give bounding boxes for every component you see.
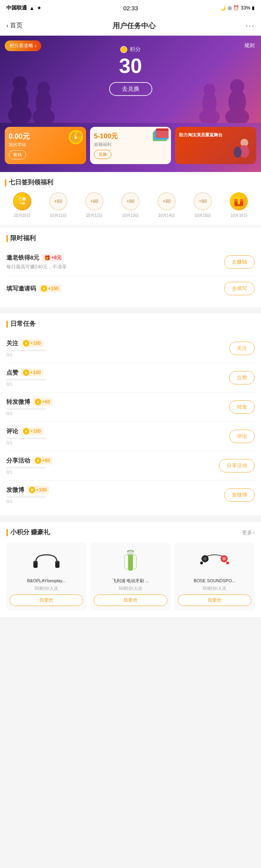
task-follow-left: 关注 ● +100 0/2 xyxy=(6,339,229,357)
day-4-date: 10月13日 xyxy=(122,213,139,218)
task-comment: 评论 ● +100 0/1 评论 xyxy=(6,422,255,451)
svg-point-47 xyxy=(226,561,229,564)
tasks-title-text: 日常任务 xyxy=(10,320,36,328)
card-zero-money: ¥ 0.00元 我的零钱 换钱 xyxy=(5,127,86,164)
day-4-circle: +80 xyxy=(121,192,140,210)
gifts-grid: B&OPLAYbeoplay... 50积分/人次 我要抢 xyxy=(6,542,255,611)
task-comment-title: 评论 ● +100 xyxy=(6,427,229,435)
day-6[interactable]: +90 10月15日 xyxy=(186,192,220,218)
chevron-right-icon: › xyxy=(253,530,255,535)
benefits-title-bar-icon xyxy=(6,235,8,242)
day-7-date: 10月16日 xyxy=(230,213,247,218)
day-7[interactable]: 10月16日 xyxy=(222,192,256,218)
coin-icon-retweet: ● xyxy=(35,399,41,405)
task-like-title: 点赞 ● +100 xyxy=(6,369,229,377)
page-title: 用户任务中心 xyxy=(113,21,155,31)
benefits-title-text: 限时福利 xyxy=(10,234,36,243)
more-button[interactable]: ··· xyxy=(246,21,255,30)
exchange-button[interactable]: 去兑换 xyxy=(109,82,152,96)
gift-card-beoplay: B&OPLAYbeoplay... 50积分/人次 我要抢 xyxy=(6,542,86,611)
status-right: 🌙 ◎ ⏰ 33% ▮ xyxy=(220,5,255,11)
task-comment-bonus: ● +100 xyxy=(21,427,43,435)
coin-icon-comment: ● xyxy=(23,428,29,434)
svg-point-16 xyxy=(76,132,82,138)
gift-image-beoplay xyxy=(31,547,62,575)
task-share: 分享活动 ● +60 0/1 分享活动 xyxy=(6,451,255,480)
gift-beoplay-points: 50积分/人次 xyxy=(10,585,83,591)
fill-code-button[interactable]: 去填写 xyxy=(224,282,255,295)
super-benefit-btn[interactable]: 兑换 xyxy=(94,150,111,159)
follow-button[interactable]: 关注 xyxy=(229,342,255,355)
task-comment-left: 评论 ● +100 0/1 xyxy=(6,427,229,445)
gift-philips-points: 50积分/人次 xyxy=(94,585,167,591)
wifi-icon: ▲ xyxy=(29,5,35,11)
like-button[interactable]: 点赞 xyxy=(229,371,255,384)
retweet-button[interactable]: 转发 xyxy=(229,400,255,414)
day-5-date: 10月14日 xyxy=(158,213,175,218)
moon-icon: 🌙 xyxy=(220,5,226,11)
gifts-section: 小积分 赚豪礼 更多 › B&OPLAYbeoplay... 50积分/人次 我… xyxy=(0,522,261,617)
day-7-gift-circle xyxy=(230,192,248,210)
post-button[interactable]: 发微博 xyxy=(224,488,255,502)
card-super-benefit: 5-100元 超额福利 兑换 xyxy=(90,127,171,164)
points-value: 30 xyxy=(0,55,261,77)
toothbrush-icon xyxy=(115,548,146,574)
day-6-circle: +90 xyxy=(194,192,212,210)
benefit-invite-left: 邀老铁得8元 🎁 +8元 每日最高可赚240元，不清零 xyxy=(6,254,224,270)
task-follow-progress-bar xyxy=(6,350,46,351)
headphone-icon xyxy=(31,548,62,574)
benefit-code-bonus: ● +150 xyxy=(38,285,61,293)
task-retweet-left: 转发微博 ● +60 0/1 xyxy=(6,398,229,416)
coin-badge-icon: ● xyxy=(41,285,47,292)
task-retweet-progress-text: 0/1 xyxy=(6,411,229,416)
gift-bose-btn[interactable]: 我要抢 xyxy=(178,595,251,606)
task-follow-bonus: ● +100 xyxy=(21,339,43,347)
day-3-circle: +80 xyxy=(85,192,104,210)
signal-icon: ✦ xyxy=(37,5,41,11)
task-share-progress-bar xyxy=(6,467,46,468)
comment-button[interactable]: 评论 xyxy=(229,430,255,443)
back-button[interactable]: ‹ 首页 xyxy=(6,21,23,30)
earn-money-button[interactable]: 去赚钱 xyxy=(224,255,255,269)
day-3[interactable]: +80 10月12日 xyxy=(77,192,111,218)
tasks-title-bar-icon xyxy=(6,321,8,328)
coin-icon-like: ● xyxy=(23,369,29,376)
status-left: 中国联通 ▲ ✦ xyxy=(6,4,41,11)
task-post-bonus: ★ +100 xyxy=(27,486,49,494)
day-5[interactable]: +80 10月14日 xyxy=(150,192,184,218)
task-post-progress-bar xyxy=(6,496,46,498)
task-share-left: 分享活动 ● +60 0/1 xyxy=(6,457,219,474)
gift-icon xyxy=(233,196,244,207)
cards-container: ¥ 0.00元 我的零钱 换钱 5-100元 超额福利 兑换 xyxy=(0,123,261,172)
svg-point-43 xyxy=(223,557,226,560)
gift-philips-btn[interactable]: 我要抢 xyxy=(94,595,167,606)
gifts-title-bar-icon xyxy=(6,529,8,536)
day-1[interactable]: 已领+30 10月10日 xyxy=(5,192,39,218)
benefit-invite-friend: 邀老铁得8元 🎁 +8元 每日最高可赚240元，不清零 去赚钱 xyxy=(6,248,255,276)
gift-cards-icon xyxy=(152,128,169,143)
task-follow-title: 关注 ● +100 xyxy=(6,339,229,347)
gift-beoplay-btn[interactable]: 我要抢 xyxy=(10,595,83,606)
hero-banner: 积分新攻略 › 规则 积分 30 去兑换 xyxy=(0,36,261,123)
day-2[interactable]: +60 10月11日 xyxy=(41,192,75,218)
hero-center: 积分 30 去兑换 xyxy=(0,42,261,96)
title-bar-icon xyxy=(5,179,6,186)
task-retweet-bonus: ● +60 xyxy=(33,398,52,406)
more-link[interactable]: 更多 › xyxy=(242,529,255,536)
back-label: 首页 xyxy=(10,21,23,30)
coin-icon-post: ★ xyxy=(29,487,35,493)
coins-icon: ¥ xyxy=(68,129,84,145)
share-button[interactable]: 分享活动 xyxy=(219,459,255,472)
gifts-title: 小积分 赚豪礼 xyxy=(6,528,50,537)
earphone-icon xyxy=(199,548,230,574)
day-2-date: 10月11日 xyxy=(50,213,67,218)
gift-bose-name: BOSE SOUNDSPO... xyxy=(178,578,251,584)
gift-beoplay-name: B&OPLAYbeoplay... xyxy=(10,578,83,584)
day-4[interactable]: +80 10月13日 xyxy=(113,192,148,218)
benefit-invite-bonus: 🎁 +8元 xyxy=(42,254,64,262)
zero-money-btn[interactable]: 换钱 xyxy=(9,150,26,159)
gifts-header: 小积分 赚豪礼 更多 › xyxy=(6,528,255,537)
card-help-stage[interactable]: 助力淘汰演员重返舞台 xyxy=(175,127,256,164)
task-comment-progress-bar xyxy=(6,438,46,439)
benefit-code-title: 填写邀请码 ● +150 xyxy=(6,285,224,293)
